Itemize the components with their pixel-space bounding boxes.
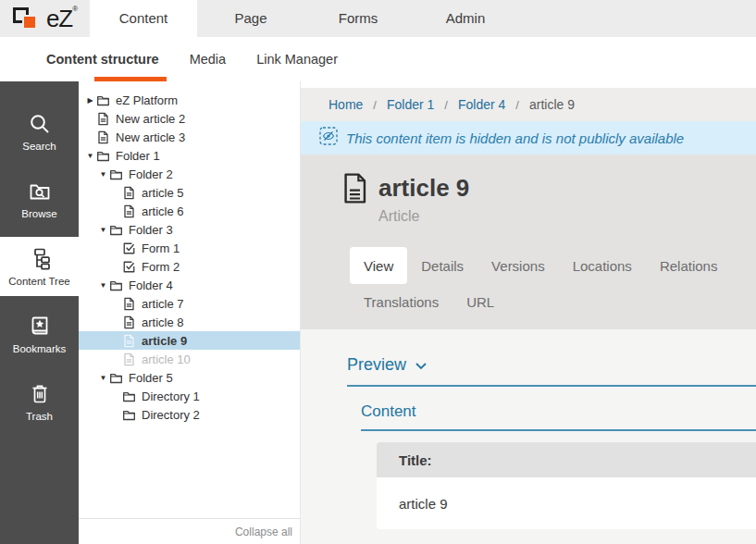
search-icon	[28, 111, 52, 137]
tab-relations[interactable]: Relations	[646, 247, 732, 284]
breadcrumb-separator: /	[373, 98, 377, 112]
main-content: Home/Folder 1/Folder 4/article 9 This co…	[301, 81, 756, 544]
top-tab-page[interactable]: Page	[197, 0, 304, 37]
breadcrumb-link-folder-4[interactable]: Folder 4	[458, 97, 505, 112]
content-header: article 9 Article ViewDetailsVersionsLoc…	[301, 155, 756, 329]
tree-item-article-7[interactable]: article 7	[79, 294, 300, 313]
tree-item-folder-2[interactable]: ▼Folder 2	[79, 165, 300, 183]
tree-item-folder-5[interactable]: ▼Folder 5	[79, 368, 300, 387]
collapse-all-button[interactable]: Collapse all	[79, 518, 300, 544]
ez-logo-text: eZ®	[46, 5, 77, 33]
tree-item-folder-4[interactable]: ▼Folder 4	[79, 276, 300, 294]
sidebar-item-search[interactable]: Search	[0, 102, 79, 161]
preview-section-rule	[347, 385, 756, 387]
content-tree: ▶eZ PlatformNew article 2New article 3▼F…	[79, 91, 300, 424]
tree-item-label: Directory 1	[142, 389, 200, 403]
field-table: Title: article 9	[377, 442, 756, 529]
tree-item-label: Folder 4	[129, 278, 173, 292]
tab-url[interactable]: URL	[452, 284, 508, 319]
article-icon	[122, 334, 136, 348]
content-section-label: Content	[361, 402, 756, 421]
tree-item-article-9[interactable]: article 9	[79, 331, 300, 350]
tree-item-folder-3[interactable]: ▼Folder 3	[79, 220, 300, 239]
sidebar-item-label: Trash	[26, 411, 53, 422]
tree-item-form-2[interactable]: Form 2	[79, 257, 300, 276]
expand-arrow-icon[interactable]: ▶	[84, 96, 96, 105]
collapse-arrow-icon[interactable]: ▼	[97, 374, 109, 382]
tree-item-label: Folder 2	[129, 167, 173, 181]
sidebar-item-bookmarks[interactable]: Bookmarks	[0, 304, 79, 364]
tree-item-label: New article 2	[116, 112, 185, 126]
tree-item-article-10[interactable]: article 10	[79, 350, 300, 368]
sidebar-item-label: Bookmarks	[13, 343, 67, 354]
collapse-arrow-icon[interactable]: ▼	[97, 281, 109, 290]
breadcrumb-separator: /	[515, 98, 519, 112]
sidebar-item-content-tree[interactable]: Content Tree	[0, 237, 79, 296]
subnav-item-content-structure[interactable]: Content structure	[46, 37, 159, 81]
breadcrumb-link-folder-1[interactable]: Folder 1	[387, 97, 434, 112]
field-name-title: Title:	[377, 442, 756, 477]
folder-icon	[109, 223, 123, 237]
tab-translations[interactable]: Translations	[350, 284, 452, 319]
collapse-arrow-icon[interactable]: ▼	[97, 226, 109, 234]
ez-logo[interactable]: eZ®	[0, 0, 90, 37]
tab-versions[interactable]: Versions	[477, 247, 559, 284]
view-tab-body: Preview Content Title: article 9	[301, 329, 756, 544]
chevron-down-icon	[415, 360, 427, 370]
breadcrumb-link-home[interactable]: Home	[328, 97, 363, 112]
preview-section-toggle[interactable]: Preview	[347, 355, 427, 375]
tree-item-label: article 10	[142, 352, 191, 366]
breadcrumb-separator: /	[444, 98, 448, 112]
subnav-item-media[interactable]: Media	[190, 37, 227, 81]
article-icon	[96, 112, 110, 126]
article-icon	[122, 186, 136, 200]
trash-icon	[28, 381, 52, 407]
top-tab-content[interactable]: Content	[90, 0, 197, 37]
tab-locations[interactable]: Locations	[559, 247, 646, 284]
tree-item-directory-2[interactable]: Directory 2	[79, 405, 300, 424]
collapse-arrow-icon[interactable]: ▼	[84, 152, 96, 160]
tree-item-directory-1[interactable]: Directory 1	[79, 387, 300, 405]
article-icon	[122, 352, 136, 366]
top-tab-bar: ContentPageFormsAdmin	[90, 0, 519, 37]
breadcrumb: Home/Folder 1/Folder 4/article 9	[301, 88, 756, 121]
sidebar-item-label: Content Tree	[8, 276, 69, 287]
top-tab-forms[interactable]: Forms	[304, 0, 412, 37]
article-icon	[96, 130, 110, 144]
top-tab-admin[interactable]: Admin	[412, 0, 519, 37]
tree-item-label: article 5	[142, 186, 184, 200]
sidebar-item-browse[interactable]: Browse	[0, 169, 79, 229]
tree-item-new-article-3[interactable]: New article 3	[79, 128, 300, 146]
content-tab-bar: ViewDetailsVersionsLocationsRelations Tr…	[350, 247, 756, 319]
subnav-item-link-manager[interactable]: Link Manager	[256, 37, 338, 81]
secondary-nav: Content structureMediaLink Manager	[0, 37, 756, 81]
tree-item-ez-platform[interactable]: ▶eZ Platform	[79, 91, 300, 109]
sidebar-item-trash[interactable]: Trash	[0, 372, 79, 431]
tree-item-label: article 9	[142, 334, 187, 348]
tree-item-new-article-2[interactable]: New article 2	[79, 109, 300, 128]
tree-item-form-1[interactable]: Form 1	[79, 239, 300, 257]
collapse-arrow-icon[interactable]: ▼	[97, 170, 109, 179]
tree-item-label: Folder 5	[129, 371, 173, 385]
folder-icon	[122, 408, 136, 422]
form-icon	[122, 260, 136, 274]
sidebar-item-label: Search	[22, 141, 56, 152]
tree-item-label: article 7	[142, 297, 184, 311]
tab-details[interactable]: Details	[407, 247, 477, 284]
preview-section-label: Preview	[347, 355, 406, 375]
tab-view[interactable]: View	[350, 247, 407, 284]
registered-mark: ®	[72, 5, 77, 13]
tree-item-article-5[interactable]: article 5	[79, 183, 300, 202]
field-value-title: article 9	[377, 477, 756, 529]
tree-item-folder-1[interactable]: ▼Folder 1	[79, 146, 300, 165]
tree-item-article-8[interactable]: article 8	[79, 313, 300, 331]
tree-item-label: Directory 2	[142, 408, 200, 422]
ez-logo-mark-icon	[13, 6, 40, 31]
tree-item-article-6[interactable]: article 6	[79, 202, 300, 220]
hidden-eye-icon	[319, 127, 338, 149]
article-icon	[122, 297, 136, 311]
content-tree-panel: ▶eZ PlatformNew article 2New article 3▼F…	[79, 81, 301, 544]
sidebar-item-label: Browse	[21, 208, 56, 219]
tree-item-label: article 8	[142, 315, 184, 329]
browse-icon	[28, 179, 52, 204]
